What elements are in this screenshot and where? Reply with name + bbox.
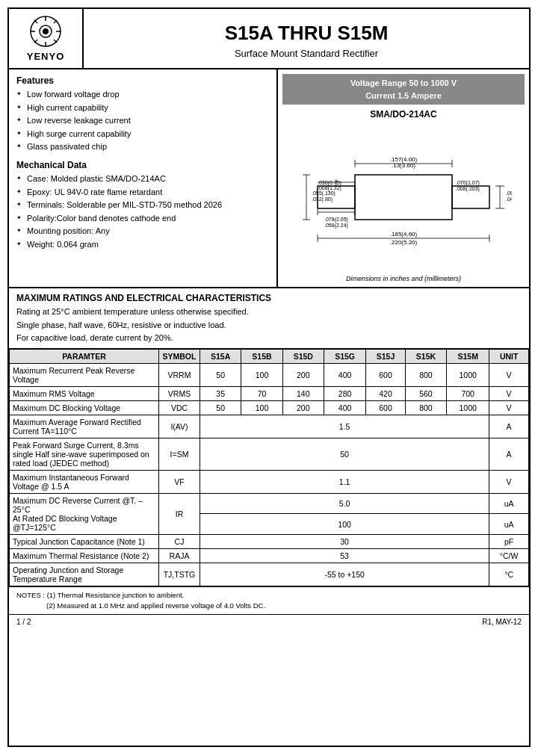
merged-value-cell: 5.0: [200, 493, 489, 514]
value-cell: 35: [200, 386, 241, 400]
svg-point-10: [43, 28, 49, 34]
unit-cell: V: [489, 363, 529, 386]
param-cell: Maximum Thermal Resistance (Note 2): [10, 548, 159, 563]
symbol-cell: VRRM: [159, 363, 200, 386]
notes-text: NOTES : (1) Thermal Resistance junction …: [16, 590, 522, 612]
ratings-section: MAXIMUM RATINGS AND ELECTRICAL CHARACTER…: [9, 288, 529, 349]
value-cell: 200: [282, 363, 324, 386]
unit-cell: A: [489, 415, 529, 438]
list-item: High surge current capability: [16, 128, 269, 141]
symbol-cell: VDC: [159, 400, 200, 415]
value-cell: 800: [405, 400, 446, 415]
list-item: Low forward voltage drop: [16, 88, 269, 102]
value-cell: 50: [200, 363, 241, 386]
features-column: Features Low forward voltage drop High c…: [9, 69, 278, 287]
table-row: Maximum Average Forward Rectified Curren…: [10, 415, 529, 438]
unit-cell: V: [489, 400, 529, 415]
package-diagram: .157(4.00) .13(3.60) .098(.112) .042(.20…: [295, 123, 512, 272]
characteristics-table: PARAMTER SYMBOL S15A S15B S15D S15G S15J…: [9, 349, 529, 586]
mechanical-title: Mechanical Data: [16, 160, 269, 170]
table-row: Maximum Recurrent Peak Reverse Voltage V…: [10, 363, 529, 386]
table-row: Typical Junction Capacitance (Note 1) CJ…: [10, 534, 529, 548]
features-title: Features: [16, 75, 269, 86]
value-cell: 600: [366, 400, 406, 415]
svg-text:.055(.130): .055(.130): [312, 190, 336, 196]
col-s15d: S15D: [282, 349, 324, 363]
symbol-cell: I(AV): [159, 415, 200, 438]
value-cell: 100: [241, 363, 282, 386]
value-cell: 400: [324, 400, 365, 415]
svg-text:.070(1.07): .070(1.07): [456, 180, 480, 186]
symbol-cell: I=SM: [159, 438, 200, 470]
logo-icon: [29, 15, 62, 48]
merged-value-cell: 100: [200, 514, 489, 535]
list-item: Case: Molded plastic SMA/DO-214AC: [16, 173, 269, 186]
table-row: Maximum RMS Voltage VRMS 35 70 140 280 4…: [10, 386, 529, 400]
list-item: Epoxy: UL 94V-0 rate flame retardant: [16, 186, 269, 199]
symbol-cell: CJ: [159, 534, 200, 548]
list-item: Glass passivated chip: [16, 140, 269, 154]
features-list: Low forward voltage drop High current ca…: [16, 88, 269, 154]
svg-text:.185(4.60): .185(4.60): [390, 231, 418, 238]
merged-value-cell: 50: [200, 438, 489, 470]
merged-value-cell: 53: [200, 548, 489, 563]
param-cell: Peak Forward Surge Current, 8.3ms single…: [10, 438, 159, 470]
col-s15k: S15K: [405, 349, 446, 363]
unit-cell: pF: [489, 534, 529, 548]
footer: 1 / 2 R1, MAY-12: [9, 614, 529, 629]
col-s15a: S15A: [200, 349, 241, 363]
list-item: Mounting position: Any: [16, 225, 269, 238]
svg-text:.058(2.24): .058(2.24): [324, 223, 348, 229]
param-cell: Maximum Average Forward Rectified Curren…: [10, 415, 159, 438]
unit-cell: °C: [489, 563, 529, 586]
symbol-cell: VRMS: [159, 386, 200, 400]
value-cell: 400: [324, 363, 365, 386]
diagram-column: Voltage Range 50 to 1000 V Current 1.5 A…: [278, 69, 529, 287]
value-cell: 100: [241, 400, 282, 415]
mechanical-list: Case: Molded plastic SMA/DO-214AC Epoxy:…: [16, 173, 269, 252]
diagram-area: .157(4.00) .13(3.60) .098(.112) .042(.20…: [282, 123, 525, 272]
table-row: Maximum Thermal Resistance (Note 2) RAJA…: [10, 548, 529, 563]
logo-section: YENYO: [9, 9, 84, 68]
ratings-title: MAXIMUM RATINGS AND ELECTRICAL CHARACTER…: [16, 293, 522, 303]
col-s15m: S15M: [447, 349, 489, 363]
value-cell: 560: [405, 386, 446, 400]
value-cell: 600: [366, 363, 406, 386]
product-title: S15A THRU S15M: [225, 22, 389, 45]
title-section: S15A THRU S15M Surface Mount Standard Re…: [84, 9, 529, 68]
value-cell: 700: [447, 386, 489, 400]
table-row: Maximum Instantaneous Forward Voltage @ …: [10, 470, 529, 493]
top-section: Features Low forward voltage drop High c…: [9, 69, 529, 288]
merged-value-cell: 1.1: [200, 470, 489, 493]
symbol-cell: TJ,TSTG: [159, 563, 200, 586]
product-subtitle: Surface Mount Standard Rectifier: [235, 48, 378, 59]
unit-cell: uA: [489, 493, 529, 514]
table-row: Maximum DC Reverse Current @T. –25°CAt R…: [10, 493, 529, 514]
list-item: High current capability: [16, 102, 269, 115]
svg-text:.078(2.05): .078(2.05): [324, 217, 348, 223]
symbol-cell: VF: [159, 470, 200, 493]
svg-text:.032(.80): .032(.80): [312, 196, 333, 202]
value-cell: 50: [200, 400, 241, 415]
header: YENYO S15A THRU S15M Surface Mount Stand…: [9, 9, 529, 69]
value-cell: 800: [405, 363, 446, 386]
voltage-banner: Voltage Range 50 to 1000 V Current 1.5 A…: [282, 74, 525, 105]
value-cell: 1000: [447, 363, 489, 386]
svg-text:.042(.205): .042(.205): [506, 196, 512, 202]
svg-text:.220(5.20): .220(5.20): [390, 239, 418, 246]
unit-cell: uA: [489, 514, 529, 535]
table-container: PARAMTER SYMBOL S15A S15B S15D S15G S15J…: [9, 349, 529, 586]
unit-cell: V: [489, 386, 529, 400]
col-symbol: SYMBOL: [159, 349, 200, 363]
param-cell: Operating Junction and Storage Temperatu…: [10, 563, 159, 586]
symbol-cell: IR: [159, 493, 200, 534]
ratings-notes: Rating at 25°C ambient temperature unles…: [16, 306, 522, 345]
company-name: YENYO: [27, 51, 65, 62]
table-row: Peak Forward Surge Current, 8.3ms single…: [10, 438, 529, 470]
svg-rect-11: [355, 175, 452, 220]
list-item: Low reverse leakage current: [16, 114, 269, 128]
value-cell: 200: [282, 400, 324, 415]
value-cell: 140: [282, 386, 324, 400]
value-cell: 70: [241, 386, 282, 400]
col-param: PARAMTER: [10, 349, 159, 363]
